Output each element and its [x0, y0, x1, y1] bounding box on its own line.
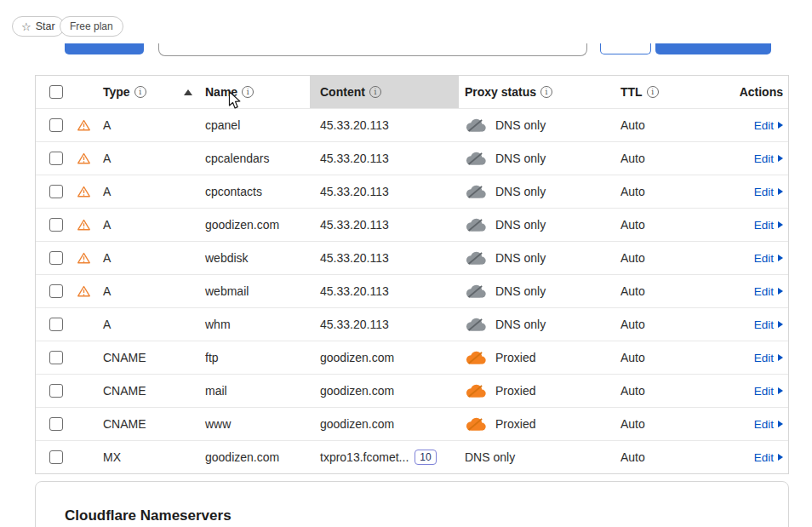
edit-caret-icon: [778, 155, 783, 162]
row-checkbox[interactable]: [49, 152, 63, 165]
edit-button[interactable]: Edit: [754, 252, 783, 265]
edit-button[interactable]: Edit: [754, 285, 783, 298]
row-checkbox[interactable]: [49, 450, 63, 464]
proxy-status-text: DNS only: [495, 218, 546, 232]
edit-button[interactable]: Edit: [754, 186, 783, 198]
record-type-cell: A: [73, 209, 197, 241]
toolbar-outline-button-fragment[interactable]: [600, 43, 651, 54]
record-actions-cell: Edit: [738, 308, 788, 341]
record-type: MX: [103, 450, 121, 464]
column-header-content[interactable]: Content: [310, 76, 459, 108]
table-row: A cpanel 45.33.20.113 DNS only: [36, 108, 788, 141]
edit-button[interactable]: Edit: [754, 385, 783, 398]
record-content-cell: 45.33.20.113: [310, 308, 459, 341]
warning-icon: [77, 186, 90, 198]
edit-caret-icon: [778, 221, 783, 228]
proxy-status-text: DNS only: [495, 284, 546, 298]
record-ttl: Auto: [615, 242, 738, 274]
edit-button[interactable]: Edit: [754, 418, 783, 431]
proxy-cloud-icon: [465, 384, 487, 398]
row-checkbox[interactable]: [49, 251, 63, 265]
record-ttl: Auto: [615, 375, 738, 407]
warning-icon: [77, 285, 90, 297]
row-checkbox-cell: [36, 341, 73, 374]
record-name: goodizen.com: [197, 209, 310, 241]
record-content: 45.33.20.113: [320, 251, 389, 265]
proxy-status-text: DNS only: [465, 450, 515, 464]
sort-ascending-icon: [184, 89, 192, 95]
edit-button[interactable]: Edit: [754, 451, 783, 464]
record-actions-cell: Edit: [738, 341, 788, 374]
edit-button-label: Edit: [754, 119, 774, 132]
proxy-cloud-icon: [465, 218, 487, 232]
star-button[interactable]: ☆ Star: [12, 16, 65, 37]
edit-button-label: Edit: [754, 418, 774, 431]
column-header-ttl-label: TTL: [620, 85, 643, 99]
toolbar-button-fragment-left[interactable]: [65, 43, 144, 54]
record-content: 45.33.20.113: [320, 152, 389, 165]
table-row: A goodizen.com 45.33.20.113 DNS only: [36, 208, 788, 241]
record-content-cell: goodizen.com: [310, 375, 459, 407]
record-content-cell: 45.33.20.113: [310, 242, 459, 274]
record-type-cell: MX: [73, 441, 197, 473]
row-checkbox[interactable]: [49, 417, 63, 431]
proxy-status-text: DNS only: [495, 152, 546, 165]
row-checkbox[interactable]: [49, 384, 63, 398]
row-checkbox-cell: [36, 242, 73, 274]
table-row: CNAME mail goodizen.com Proxied: [36, 374, 788, 407]
search-input-fragment[interactable]: [158, 43, 587, 56]
proxy-status-cell: DNS only: [459, 142, 615, 175]
table-header-row: Type Name Content Proxy status TTL Actio…: [36, 76, 788, 108]
edit-caret-icon: [778, 288, 783, 295]
record-name: cpcontacts: [197, 175, 310, 208]
info-icon[interactable]: [647, 86, 659, 98]
info-icon[interactable]: [242, 86, 254, 98]
row-checkbox[interactable]: [49, 118, 63, 132]
edit-caret-icon: [778, 354, 783, 361]
record-ttl: Auto: [615, 441, 738, 473]
column-header-proxy-status[interactable]: Proxy status: [459, 76, 615, 108]
toolbar-button-fragment-right[interactable]: [655, 43, 771, 54]
record-type: CNAME: [103, 417, 146, 431]
edit-button[interactable]: Edit: [754, 352, 783, 364]
proxy-status-cell: DNS only: [459, 109, 615, 141]
record-type: CNAME: [103, 351, 146, 364]
column-header-content-label: Content: [320, 85, 365, 99]
proxy-status-cell: DNS only: [459, 275, 615, 307]
info-icon[interactable]: [540, 86, 552, 98]
column-header-type[interactable]: Type: [73, 76, 197, 108]
edit-caret-icon: [778, 387, 783, 394]
warning-icon: [77, 252, 90, 264]
row-checkbox[interactable]: [49, 284, 63, 298]
edit-button[interactable]: Edit: [754, 219, 783, 232]
proxy-status-text: DNS only: [495, 185, 546, 198]
record-content-cell: 45.33.20.113: [310, 275, 459, 307]
proxy-status-cell: Proxied: [459, 375, 615, 407]
table-row: CNAME ftp goodizen.com Proxied: [36, 341, 788, 374]
record-name: whm: [197, 308, 310, 341]
edit-button[interactable]: Edit: [754, 152, 783, 165]
record-name: cpcalendars: [197, 142, 310, 175]
row-checkbox[interactable]: [49, 185, 63, 198]
info-icon[interactable]: [369, 86, 381, 98]
record-content-cell: 45.33.20.113: [310, 175, 459, 208]
record-content: 45.33.20.113: [320, 218, 389, 232]
plan-badge: Free plan: [60, 16, 123, 37]
column-header-ttl[interactable]: TTL: [615, 76, 738, 108]
row-checkbox[interactable]: [49, 218, 63, 232]
row-checkbox[interactable]: [49, 351, 63, 364]
edit-button[interactable]: Edit: [754, 318, 783, 331]
info-icon[interactable]: [134, 86, 146, 98]
record-content-cell: 45.33.20.113: [310, 142, 459, 175]
row-checkbox-cell: [36, 375, 73, 407]
record-ttl: Auto: [615, 308, 738, 341]
edit-caret-icon: [778, 454, 783, 461]
record-content-cell: 45.33.20.113: [310, 109, 459, 141]
edit-caret-icon: [778, 421, 783, 427]
edit-caret-icon: [778, 255, 783, 261]
column-header-name[interactable]: Name: [197, 76, 310, 108]
edit-button[interactable]: Edit: [754, 119, 783, 132]
proxy-status-text: DNS only: [495, 118, 546, 132]
select-all-checkbox[interactable]: [49, 85, 63, 99]
row-checkbox[interactable]: [49, 318, 63, 331]
